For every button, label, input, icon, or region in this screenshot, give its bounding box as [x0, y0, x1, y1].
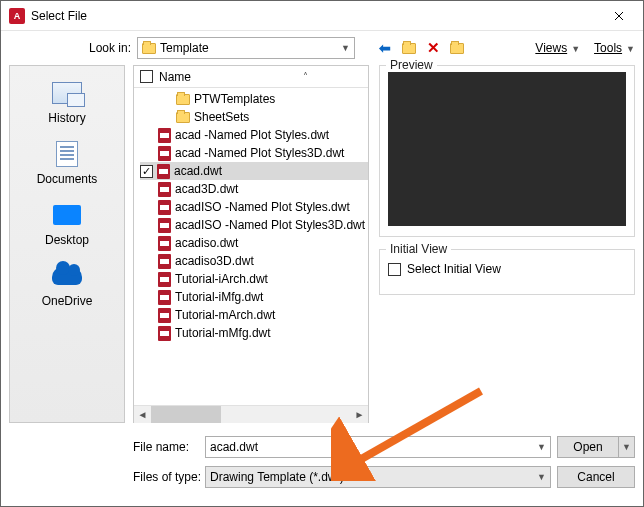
file-name: Tutorial-iMfg.dwt — [175, 290, 263, 304]
tools-menu[interactable]: Tools▼ — [594, 41, 635, 55]
filename-value: acad.dwt — [210, 440, 537, 454]
select-initial-view-row[interactable]: Select Initial View — [388, 262, 626, 276]
new-folder-button[interactable] — [447, 38, 467, 58]
cancel-button[interactable]: Cancel — [557, 466, 635, 488]
dwt-file-icon — [158, 326, 171, 341]
preview-area — [388, 72, 626, 226]
dwt-file-icon — [158, 236, 171, 251]
file-row[interactable]: PTWTemplates — [140, 90, 368, 108]
filetype-dropdown[interactable]: Drawing Template (*.dwt) ▼ — [205, 466, 551, 488]
file-name: acadISO -Named Plot Styles.dwt — [175, 200, 350, 214]
initial-view-label: Initial View — [386, 242, 451, 256]
close-button[interactable] — [599, 2, 639, 30]
file-name: acadiso.dwt — [175, 236, 238, 250]
filename-label: File name: — [133, 440, 205, 454]
place-desktop[interactable]: Desktop — [10, 198, 124, 257]
dwt-file-icon — [157, 164, 170, 179]
folder-icon — [142, 43, 156, 54]
select-file-dialog: A Select File Look in: Template ▼ ⬅ ✕ Vi… — [0, 0, 644, 507]
scroll-left-button[interactable]: ◄ — [134, 406, 151, 423]
file-row[interactable]: acadiso.dwt — [140, 234, 368, 252]
file-row[interactable]: acad -Named Plot Styles3D.dwt — [140, 144, 368, 162]
chevron-down-icon: ▼ — [341, 43, 350, 53]
file-list[interactable]: PTWTemplatesSheetSetsacad -Named Plot St… — [134, 88, 368, 405]
file-name: acadISO -Named Plot Styles3D.dwt — [175, 218, 365, 232]
file-row[interactable]: acad -Named Plot Styles.dwt — [140, 126, 368, 144]
place-onedrive[interactable]: OneDrive — [10, 259, 124, 318]
filetype-row: Files of type: Drawing Template (*.dwt) … — [133, 466, 635, 488]
lookin-dropdown[interactable]: Template ▼ — [137, 37, 355, 59]
dwt-file-icon — [158, 254, 171, 269]
file-list-panel: Name ˄ PTWTemplatesSheetSetsacad -Named … — [133, 65, 369, 423]
file-name: acad -Named Plot Styles3D.dwt — [175, 146, 344, 160]
file-row[interactable]: Tutorial-iMfg.dwt — [140, 288, 368, 306]
horizontal-scrollbar[interactable]: ◄ ► — [134, 405, 368, 422]
filetype-label: Files of type: — [133, 470, 205, 484]
dwt-file-icon — [158, 146, 171, 161]
file-row[interactable]: acad3D.dwt — [140, 180, 368, 198]
file-row[interactable]: acadISO -Named Plot Styles.dwt — [140, 198, 368, 216]
dwt-file-icon — [158, 308, 171, 323]
preview-group: Preview — [379, 65, 635, 237]
file-name: acad3D.dwt — [175, 182, 238, 196]
history-icon — [50, 79, 84, 107]
delete-button[interactable]: ✕ — [423, 38, 443, 58]
toolbar-menus: Views▼ Tools▼ — [535, 41, 635, 55]
file-name: acad -Named Plot Styles.dwt — [175, 128, 329, 142]
file-row[interactable]: acadiso3D.dwt — [140, 252, 368, 270]
places-bar: HistoryDocumentsDesktopOneDrive — [9, 65, 125, 423]
file-name: PTWTemplates — [194, 92, 275, 106]
place-label: OneDrive — [10, 294, 124, 308]
up-one-level-button[interactable] — [399, 38, 419, 58]
file-name: Tutorial-mMfg.dwt — [175, 326, 271, 340]
dwt-file-icon — [158, 182, 171, 197]
file-row[interactable]: ✓acad.dwt — [140, 162, 368, 180]
filename-row: File name: acad.dwt ▼ Open ▼ — [133, 436, 635, 458]
new-folder-icon — [450, 43, 464, 54]
body: HistoryDocumentsDesktopOneDrive Name ˄ P… — [1, 65, 643, 423]
file-row[interactable]: SheetSets — [140, 108, 368, 126]
open-button[interactable]: Open — [557, 436, 619, 458]
select-initial-view-text: Select Initial View — [407, 262, 501, 276]
file-name: SheetSets — [194, 110, 249, 124]
file-row[interactable]: Tutorial-mArch.dwt — [140, 306, 368, 324]
folder-icon — [176, 112, 190, 123]
select-initial-view-checkbox[interactable] — [388, 263, 401, 276]
lookin-label: Look in: — [83, 41, 131, 55]
preview-label: Preview — [386, 58, 437, 72]
initial-view-group: Initial View Select Initial View — [379, 249, 635, 295]
file-row[interactable]: acadISO -Named Plot Styles3D.dwt — [140, 216, 368, 234]
scroll-thumb[interactable] — [151, 406, 221, 423]
chevron-down-icon: ▼ — [571, 44, 580, 54]
file-list-header[interactable]: Name ˄ — [134, 66, 368, 88]
file-checkbox[interactable]: ✓ — [140, 165, 153, 178]
folder-icon — [176, 94, 190, 105]
file-name: Tutorial-iArch.dwt — [175, 272, 268, 286]
select-all-checkbox[interactable] — [140, 70, 153, 83]
back-button[interactable]: ⬅ — [375, 38, 395, 58]
file-row[interactable]: Tutorial-mMfg.dwt — [140, 324, 368, 342]
column-name: Name — [159, 70, 191, 84]
place-label: Documents — [10, 172, 124, 186]
filename-input[interactable]: acad.dwt ▼ — [205, 436, 551, 458]
scroll-track[interactable] — [151, 406, 351, 423]
app-icon: A — [9, 8, 25, 24]
toolbar: Look in: Template ▼ ⬅ ✕ Views▼ Tools▼ — [1, 31, 643, 65]
dwt-file-icon — [158, 128, 171, 143]
file-row[interactable]: Tutorial-iArch.dwt — [140, 270, 368, 288]
place-history[interactable]: History — [10, 76, 124, 135]
dialog-title: Select File — [31, 9, 599, 23]
views-menu[interactable]: Views▼ — [535, 41, 580, 55]
file-name: acad.dwt — [174, 164, 222, 178]
place-label: History — [10, 111, 124, 125]
right-column: Preview Initial View Select Initial View — [379, 65, 635, 423]
lookin-value: Template — [160, 41, 337, 55]
dwt-file-icon — [158, 218, 171, 233]
scroll-right-button[interactable]: ► — [351, 406, 368, 423]
place-documents[interactable]: Documents — [10, 137, 124, 196]
chevron-down-icon: ▼ — [626, 44, 635, 54]
file-name: acadiso3D.dwt — [175, 254, 254, 268]
sort-caret-icon: ˄ — [303, 71, 308, 82]
open-split-button[interactable]: ▼ — [619, 436, 635, 458]
folder-up-icon — [402, 43, 416, 54]
